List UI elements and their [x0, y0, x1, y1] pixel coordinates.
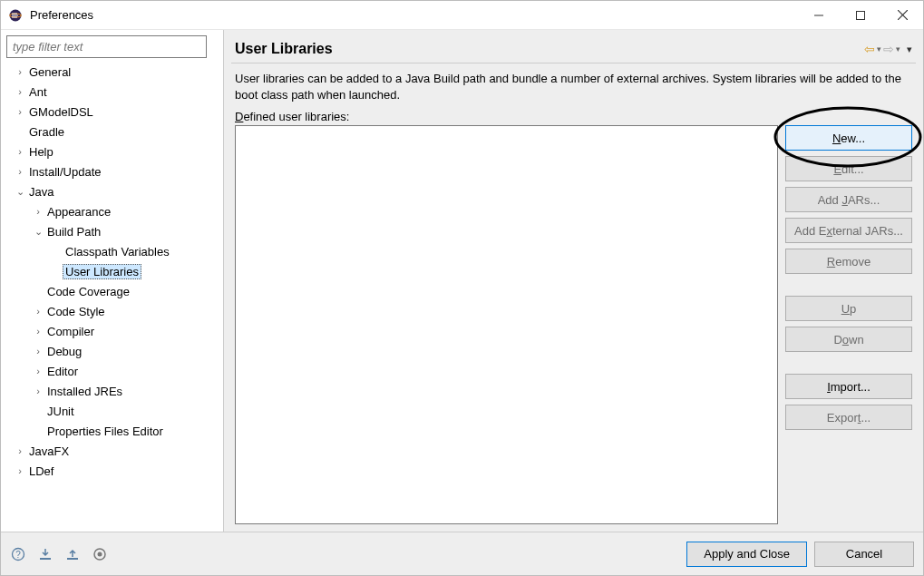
- import-button[interactable]: Import...: [785, 374, 912, 399]
- svg-point-10: [98, 552, 102, 556]
- export-prefs-icon[interactable]: [64, 546, 81, 562]
- chevron-right-icon[interactable]: ›: [14, 465, 26, 476]
- tree-item-label: Editor: [44, 364, 81, 379]
- chevron-right-icon[interactable]: ›: [32, 346, 44, 356]
- twisty-blank: ›: [32, 405, 44, 416]
- apply-and-close-button[interactable]: Apply and Close: [686, 542, 807, 567]
- tree-item-label: User Libraries: [63, 264, 141, 279]
- chevron-right-icon[interactable]: ›: [32, 386, 44, 396]
- tree-item-code-coverage[interactable]: ›Code Coverage: [6, 281, 219, 301]
- tree-item-compiler[interactable]: ›Compiler: [6, 321, 219, 341]
- titlebar: Preferences: [1, 1, 923, 30]
- tree-item-label: Installed JREs: [44, 384, 125, 399]
- tree-item-label: LDef: [26, 464, 56, 479]
- view-menu-icon[interactable]: ▾: [907, 44, 912, 55]
- tree-item-label: Install/Update: [26, 164, 104, 180]
- chevron-right-icon[interactable]: ›: [32, 306, 44, 317]
- twisty-blank: ›: [50, 246, 63, 257]
- chevron-right-icon[interactable]: ›: [14, 445, 26, 456]
- tree-item-gradle[interactable]: ›Gradle: [6, 122, 219, 142]
- preference-tree[interactable]: ›General›Ant›GModelDSL›Gradle›Help›Insta…: [6, 62, 223, 526]
- tree-item-label: Java: [26, 184, 56, 200]
- new-button[interactable]: New...: [785, 125, 912, 151]
- button-column: New... Edit... Add JARs... Add External …: [785, 125, 912, 524]
- tree-item-user-libraries[interactable]: ›User Libraries: [6, 261, 219, 281]
- tree-item-label: Properties Files Editor: [44, 424, 166, 439]
- close-button[interactable]: [881, 2, 923, 29]
- tree-item-general[interactable]: ›General: [6, 62, 219, 82]
- svg-rect-3: [857, 11, 865, 19]
- tree-item-label: Debug: [44, 344, 84, 359]
- export-button[interactable]: Export...: [785, 405, 912, 430]
- cancel-button[interactable]: Cancel: [814, 542, 914, 567]
- tree-item-label: Gradle: [26, 124, 67, 140]
- import-prefs-icon[interactable]: [37, 546, 53, 562]
- down-button[interactable]: Down: [785, 327, 912, 352]
- tree-item-install-update[interactable]: ›Install/Update: [6, 161, 219, 181]
- main-panel: User Libraries ⇦▾ ⇨▾ ▾ User libraries ca…: [224, 30, 923, 532]
- add-external-jars-button[interactable]: Add External JARs...: [785, 218, 912, 243]
- nav-forward-icon[interactable]: ⇨▾: [883, 42, 900, 56]
- chevron-right-icon[interactable]: ›: [14, 166, 26, 177]
- tree-item-classpath-variables[interactable]: ›Classpath Variables: [6, 241, 219, 261]
- tree-item-build-path[interactable]: ⌄Build Path: [6, 221, 219, 241]
- tree-item-junit[interactable]: ›JUnit: [6, 401, 219, 421]
- page-title: User Libraries: [235, 41, 333, 57]
- remove-button[interactable]: Remove: [785, 249, 912, 274]
- tree-item-label: Compiler: [44, 324, 97, 339]
- tree-item-label: Ant: [26, 84, 50, 100]
- chevron-right-icon[interactable]: ›: [14, 106, 26, 117]
- twisty-blank: ›: [14, 126, 26, 137]
- edit-button[interactable]: Edit...: [785, 156, 912, 181]
- tree-item-properties-files-editor[interactable]: ›Properties Files Editor: [6, 421, 219, 441]
- tree-item-label: Appearance: [44, 204, 113, 220]
- window-title: Preferences: [30, 8, 93, 22]
- chevron-down-icon[interactable]: ⌄: [14, 186, 26, 198]
- filter-input[interactable]: [6, 35, 207, 58]
- chevron-right-icon[interactable]: ›: [14, 66, 26, 77]
- svg-text:?: ?: [15, 550, 21, 560]
- chevron-down-icon[interactable]: ⌄: [32, 226, 44, 238]
- chevron-right-icon[interactable]: ›: [14, 146, 26, 157]
- add-jars-button[interactable]: Add JARs...: [785, 187, 912, 212]
- bottom-bar: ? Apply and Close Cancel: [1, 532, 923, 575]
- maximize-button[interactable]: [840, 2, 881, 29]
- tree-item-debug[interactable]: ›Debug: [6, 341, 219, 361]
- tree-item-label: GModelDSL: [26, 104, 96, 120]
- minimize-button[interactable]: [798, 2, 840, 29]
- tree-item-label: Help: [26, 144, 56, 160]
- chevron-right-icon[interactable]: ›: [32, 206, 44, 217]
- oomph-record-icon[interactable]: [92, 546, 108, 562]
- tree-item-ant[interactable]: ›Ant: [6, 82, 219, 102]
- help-icon[interactable]: ?: [10, 546, 26, 562]
- defined-libraries-label: Defined user libraries:: [231, 104, 916, 125]
- tree-item-installed-jres[interactable]: ›Installed JREs: [6, 381, 219, 401]
- preferences-window: Preferences ›General›Ant›GModelDSL›Gradl…: [0, 0, 924, 576]
- tree-item-label: Build Path: [44, 224, 103, 239]
- nav-back-icon[interactable]: ⇦▾: [864, 42, 881, 56]
- user-libraries-list[interactable]: [235, 125, 778, 524]
- twisty-blank: ›: [32, 286, 44, 297]
- chevron-right-icon[interactable]: ›: [32, 326, 44, 337]
- tree-item-ldef[interactable]: ›LDef: [6, 461, 219, 481]
- tree-item-label: JUnit: [44, 404, 77, 419]
- up-button[interactable]: Up: [785, 296, 912, 321]
- tree-item-javafx[interactable]: ›JavaFX: [6, 441, 219, 461]
- chevron-right-icon[interactable]: ›: [14, 86, 26, 97]
- tree-item-gmodeldsl[interactable]: ›GModelDSL: [6, 102, 219, 122]
- sidebar: ›General›Ant›GModelDSL›Gradle›Help›Insta…: [1, 30, 224, 532]
- chevron-right-icon[interactable]: ›: [32, 366, 44, 376]
- twisty-blank: ›: [32, 425, 44, 436]
- tree-item-editor[interactable]: ›Editor: [6, 361, 219, 381]
- eclipse-icon: [8, 8, 23, 23]
- twisty-blank: ›: [50, 266, 63, 277]
- tree-item-label: Code Style: [44, 304, 108, 319]
- tree-item-appearance[interactable]: ›Appearance: [6, 201, 219, 221]
- page-description: User libraries can be added to a Java Bu…: [231, 63, 916, 104]
- tree-item-help[interactable]: ›Help: [6, 142, 219, 161]
- tree-item-label: JavaFX: [26, 444, 72, 459]
- tree-item-label: Classpath Variables: [63, 244, 172, 259]
- tree-item-code-style[interactable]: ›Code Style: [6, 301, 219, 321]
- tree-item-label: General: [26, 64, 73, 80]
- tree-item-java[interactable]: ⌄Java: [6, 181, 219, 201]
